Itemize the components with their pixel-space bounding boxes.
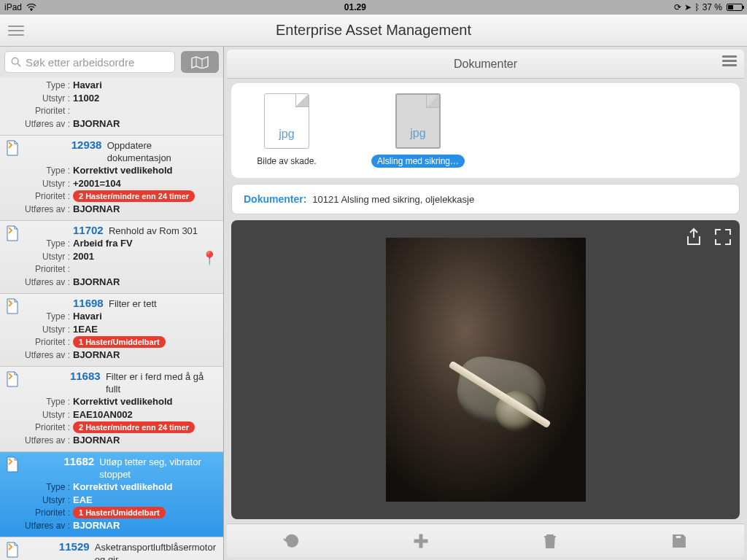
work-order-title: Oppdatere dokumentasjon (107, 139, 216, 164)
document-thumbnails: jpgBilde av skade.jpgAlsling med sikring… (231, 83, 740, 178)
share-icon[interactable] (684, 228, 703, 246)
work-order-item[interactable]: 12938 Oppdatere dokumentasjonType :Korre… (0, 136, 223, 221)
work-order-id: 11529 (59, 540, 90, 553)
document-icon (6, 140, 19, 156)
pin-icon: 📍 (201, 250, 217, 266)
work-order-item[interactable]: 11683 Filter er i ferd med å gå fulltTyp… (0, 367, 223, 452)
app-title: Enterprise Asset Management (0, 22, 747, 39)
document-meta-label: Dokumenter: (244, 193, 306, 205)
work-order-id: 12938 (71, 139, 102, 151)
work-order-title: Renhold av Rom 301 (109, 225, 198, 237)
work-order-id: 11702 (73, 224, 104, 236)
work-order-title: Asketransportluftblåsermotor og gir (95, 541, 216, 560)
search-input[interactable]: Søk etter arbeidsordre (4, 51, 175, 73)
svg-rect-4 (414, 540, 427, 542)
expand-icon[interactable] (713, 228, 732, 246)
work-order-item[interactable]: 11529 Asketransportluftblåsermotor og gi… (0, 537, 223, 560)
wifi-icon (26, 4, 36, 11)
work-order-item-partial[interactable]: Type :Havari Utstyr :11002 Prioritet : U… (0, 77, 223, 136)
search-icon (11, 57, 21, 67)
menu-button[interactable] (0, 15, 32, 47)
documents-title: Dokumenter (454, 58, 517, 71)
documents-header: Dokumenter (227, 50, 744, 79)
map-button[interactable] (181, 51, 219, 73)
thumb-label: Bilde av skade. (251, 155, 322, 168)
work-order-item[interactable]: 📍11702 Renhold av Rom 301Type :Arbeid fr… (0, 221, 223, 294)
document-toolbar (227, 524, 744, 557)
map-icon (190, 55, 209, 69)
document-icon (6, 298, 19, 314)
status-time: 01.29 (36, 2, 674, 12)
work-order-item[interactable]: 11682 Utløp tetter seg, vibrator stoppet… (0, 452, 223, 537)
work-order-title: Filter er i ferd med å gå fullt (106, 370, 216, 395)
delete-button[interactable] (541, 532, 559, 550)
document-preview[interactable] (231, 220, 740, 519)
file-icon: jpg (264, 93, 309, 149)
main-panel: Dokumenter jpgBilde av skade.jpgAlsling … (224, 47, 747, 560)
priority-badge: 2 Haster/mindre enn 24 timer (73, 190, 195, 202)
document-thumb[interactable]: jpgBilde av skade. (243, 93, 330, 168)
work-order-item[interactable]: 11698 Filter er tettType :HavariUtstyr :… (0, 294, 223, 367)
titlebar: Enterprise Asset Management (0, 15, 747, 47)
document-meta-value: 10121 Alsling med sikring, oljelekkasje (312, 194, 474, 205)
work-order-id: 11682 (63, 455, 94, 467)
work-order-title: Utløp tetter seg, vibrator stoppet (99, 456, 216, 481)
battery-icon (727, 4, 743, 11)
work-order-list: Type :Havari Utstyr :11002 Prioritet : U… (0, 77, 223, 560)
document-icon (6, 371, 19, 387)
document-thumb[interactable]: jpgAlsling med sikring… (374, 93, 462, 168)
document-icon (6, 456, 19, 472)
bluetooth-icon: ᛒ (694, 2, 700, 12)
thumb-label: Alsling med sikring… (371, 155, 465, 168)
battery-pct: 37 % (703, 2, 722, 12)
save-button[interactable] (670, 532, 688, 550)
orientation-lock-icon: ⟳ (674, 2, 681, 12)
document-meta: Dokumenter: 10121 Alsling med sikring, o… (231, 184, 740, 214)
work-order-id: 11698 (73, 297, 104, 309)
work-order-title: Filter er tett (109, 298, 157, 310)
panel-menu-button[interactable] (722, 55, 737, 66)
location-icon: ➤ (684, 2, 692, 12)
add-button[interactable] (412, 532, 430, 550)
search-placeholder: Søk etter arbeidsordre (26, 56, 134, 69)
file-icon: jpg (395, 93, 441, 149)
svg-point-0 (31, 9, 32, 11)
refresh-button[interactable] (283, 532, 301, 550)
document-icon (6, 542, 19, 558)
document-icon (6, 225, 19, 241)
priority-badge: 1 Haster/Umiddelbart (73, 336, 166, 348)
work-order-id: 11683 (70, 370, 101, 382)
status-bar: iPad 01.29 ⟳ ➤ ᛒ 37 % (0, 0, 747, 15)
priority-badge: 1 Haster/Umiddelbart (73, 507, 166, 518)
svg-line-2 (18, 63, 20, 66)
device-label: iPad (4, 2, 22, 12)
sidebar: Søk etter arbeidsordre Type :Havari Utst… (0, 47, 224, 560)
priority-badge: 2 Haster/mindre enn 24 timer (73, 421, 195, 433)
document-photo (386, 238, 586, 502)
svg-point-1 (12, 58, 18, 64)
